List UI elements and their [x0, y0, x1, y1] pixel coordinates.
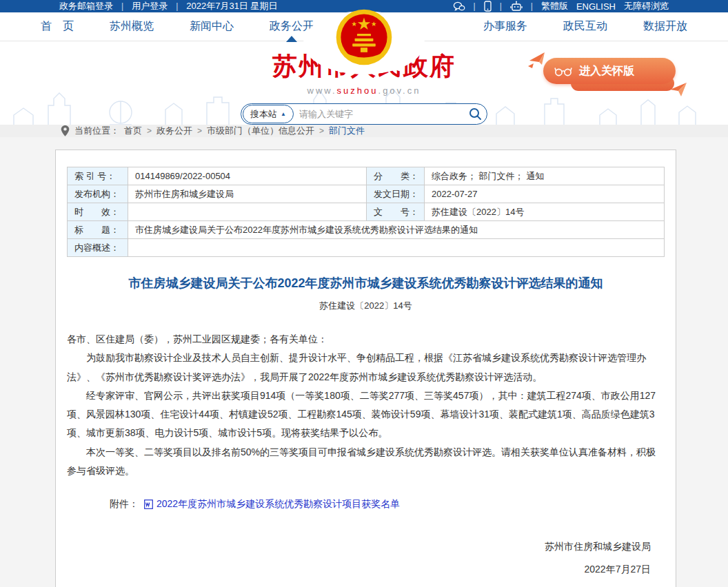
search-input[interactable] — [294, 109, 463, 119]
nav-label: 数据开放 — [643, 19, 687, 34]
separator: | — [474, 1, 476, 11]
breadcrumb-dept-disclosure[interactable]: 市级部门（单位）信息公开 — [207, 125, 314, 137]
article-doc-number: 苏住建设〔2022〕14号 — [67, 300, 665, 312]
article-paragraph: 经专家评审、官网公示，共评出获奖项目914项（一等奖180项、二等奖277项、三… — [67, 387, 665, 443]
mail-login-link[interactable]: 政务邮箱登录 — [59, 0, 113, 12]
attachment-line: 附件： 2022年度苏州市城乡建设系统优秀勘察设计项目获奖名单 — [67, 498, 665, 511]
document-card: 索 引 号： 014149869/2022-00504 分 类： 综合政务； 部… — [55, 150, 676, 587]
url-www: www. — [307, 85, 337, 96]
document-meta-table: 索 引 号： 014149869/2022-00504 分 类： 综合政务； 部… — [67, 167, 665, 257]
table-row: 发布机构： 苏州市住房和城乡建设局 发文日期： 2022-07-27 — [68, 185, 665, 203]
meta-summary-value — [128, 239, 665, 257]
meta-title-value: 市住房城乡建设局关于公布2022年度苏州市城乡建设系统优秀勘察设计评选结果的通知 — [128, 221, 665, 239]
main-area: 索 引 号： 014149869/2022-00504 分 类： 综合政务； 部… — [0, 137, 728, 587]
breadcrumb: 当前位置： 首页 > 政务公开 > 市级部门（单位）信息公开 > 部门文件 — [0, 125, 728, 137]
url-tld: .gov.cn — [378, 85, 421, 96]
nav-item-services[interactable]: 办事服务 — [481, 12, 530, 41]
nav-item-home[interactable]: 首 页 — [38, 12, 77, 41]
meta-pubdate-value: 2022-07-27 — [425, 185, 665, 203]
nav-label: 办事服务 — [483, 19, 527, 34]
signature-block: 苏州市住房和城乡建设局 2022年7月27日 — [67, 535, 665, 579]
article-paragraph: 各市、区住建局（委），苏州工业园区规建委；各有关单位： — [67, 330, 665, 349]
breadcrumb-label: 当前位置： — [74, 125, 119, 137]
meta-index-value: 014149869/2022-00504 — [128, 167, 367, 185]
separator: | — [531, 1, 533, 11]
nav-label: 政民互动 — [563, 19, 607, 34]
current-date: 2022年7月31日 星期日 — [186, 0, 277, 12]
care-mode-button[interactable]: 进入关怀版 — [543, 58, 676, 84]
robot-icon[interactable] — [510, 1, 523, 12]
breadcrumb-separator: > — [197, 126, 202, 136]
glasses-icon — [554, 65, 574, 77]
article-paragraph: 本次一等奖、二等奖项目以及排名前50%的三等奖项目可申报省城乡建设系统优秀勘察设… — [67, 443, 665, 481]
meta-validity-value — [128, 203, 367, 221]
nav-item-open-data[interactable]: 数据开放 — [640, 12, 690, 41]
meta-pubdate-label: 发文日期： — [367, 185, 425, 203]
nav-item-interaction[interactable]: 政民互动 — [560, 12, 610, 41]
location-pin-icon — [61, 125, 70, 137]
meta-org-value: 苏州市住房和城乡建设局 — [128, 185, 367, 203]
search-icon — [469, 107, 482, 121]
traditional-version-link[interactable]: 繁體版 — [541, 0, 568, 12]
article-paragraph: 为鼓励我市勘察设计企业及技术人员自主创新、提升设计水平、争创精品工程，根据《江苏… — [67, 349, 665, 387]
meta-index-label: 索 引 号： — [68, 167, 128, 185]
accessibility-link[interactable]: 无障碍浏览 — [624, 0, 669, 12]
page: 政务邮箱登录 | 用户登录 | 2022年7月31日 星期日 | | — [0, 0, 728, 587]
meta-summary-label: 内容概述： — [68, 239, 128, 257]
care-mode-area: 进入关怀版 — [543, 58, 676, 84]
url-domain: suzhou — [337, 85, 378, 96]
search-scope-dropdown[interactable]: 搜本站 ▲ — [243, 105, 294, 123]
attachment-link[interactable]: 2022年度苏州市城乡建设系统优秀勘察设计项目获奖名单 — [156, 498, 400, 511]
site-search: 搜本站 ▲ — [241, 103, 487, 125]
chevron-up-icon: ▲ — [281, 111, 286, 117]
attachment-label: 附件： — [110, 498, 139, 511]
word-doc-icon — [144, 500, 153, 509]
topbar-left: 政务邮箱登录 | 用户登录 | 2022年7月31日 星期日 — [59, 0, 277, 12]
meta-org-label: 发布机构： — [68, 185, 128, 203]
nav-label: 新闻中心 — [190, 19, 234, 34]
nav-label: 苏州概览 — [110, 19, 154, 34]
meta-category-label: 分 类： — [367, 167, 425, 185]
paper-plane-icon — [667, 80, 688, 99]
table-row: 时 效： 文 号： 苏住建设〔2022〕14号 — [68, 203, 665, 221]
separator: | — [176, 1, 178, 11]
meta-docno-label: 文 号： — [367, 203, 425, 221]
article-body: 各市、区住建局（委），苏州工业园区规建委；各有关单位： 为鼓励我市勘察设计企业及… — [67, 330, 665, 480]
table-row: 内容概述： — [68, 239, 665, 257]
wechat-icon[interactable] — [453, 1, 465, 12]
meta-title-label: 标 题： — [68, 221, 128, 239]
national-emblem — [335, 8, 393, 69]
english-version-link[interactable]: ENGLISH — [576, 1, 616, 12]
search-button[interactable] — [463, 104, 487, 124]
separator: | — [500, 1, 502, 11]
topbar-right: | | | 繁體版 ENG — [453, 0, 669, 12]
meta-validity-label: 时 效： — [68, 203, 128, 221]
article-title: 市住房城乡建设局关于公布2022年度苏州市城乡建设系统优秀勘察设计评选结果的通知 — [67, 275, 665, 291]
meta-category-value: 综合政务； 部门文件； 通知 — [425, 167, 665, 185]
table-row: 标 题： 市住房城乡建设局关于公布2022年度苏州市城乡建设系统优秀勘察设计评选… — [68, 221, 665, 239]
breadcrumb-gov-info[interactable]: 政务公开 — [156, 125, 192, 137]
signature-org: 苏州市住房和城乡建设局 — [67, 535, 651, 557]
separator: | — [121, 1, 123, 11]
user-login-link[interactable]: 用户登录 — [132, 0, 168, 12]
nav-item-overview[interactable]: 苏州概览 — [107, 12, 156, 41]
breadcrumb-dept-documents[interactable]: 部门文件 — [329, 125, 365, 137]
search-scope-label: 搜本站 — [250, 108, 277, 121]
mobile-icon[interactable] — [484, 1, 492, 12]
breadcrumb-separator: > — [147, 126, 152, 136]
nav-label: 首 页 — [41, 19, 74, 34]
signature-date: 2022年7月27日 — [67, 558, 651, 580]
table-row: 索 引 号： 014149869/2022-00504 分 类： 综合政务； 部… — [68, 167, 665, 185]
breadcrumb-separator: > — [319, 126, 324, 136]
nav-item-news[interactable]: 新闻中心 — [187, 12, 236, 41]
meta-docno-value: 苏住建设〔2022〕14号 — [425, 203, 665, 221]
care-button-label: 进入关怀版 — [579, 64, 634, 79]
breadcrumb-home[interactable]: 首页 — [124, 125, 142, 137]
